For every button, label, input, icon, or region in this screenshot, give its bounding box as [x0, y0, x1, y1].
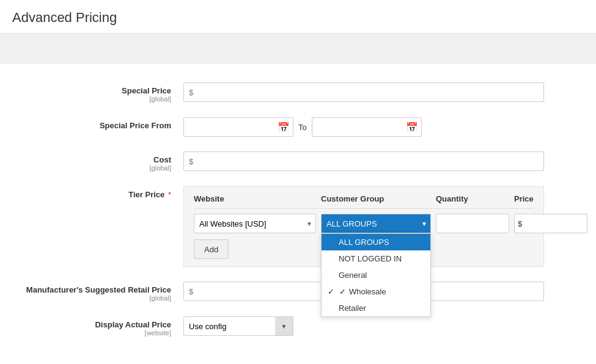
special-price-from-field: 📅 To 📅 [183, 117, 584, 137]
website-select-wrapper: All Websites [USD] ▼ [194, 214, 316, 233]
website-col-header: Website [194, 194, 316, 203]
delete-tier-row-button[interactable]: 🗑 [592, 216, 596, 231]
price-col-header: Price [514, 194, 587, 203]
tier-price-section: Website Customer Group Quantity Price Al… [183, 186, 544, 267]
tier-quantity-input[interactable] [436, 214, 509, 233]
special-price-field [183, 82, 584, 102]
display-actual-price-row: Display Actual Price [website] Use confi… [0, 310, 596, 343]
special-price-from-row: Special Price From 📅 To 📅 [0, 111, 596, 143]
tier-price-value-input[interactable] [514, 214, 587, 233]
form-container: Special Price [global] Special Price Fro… [0, 64, 596, 357]
msrp-label: Manufacturer's Suggested Retail Price [g… [12, 282, 183, 302]
tier-price-field: Website Customer Group Quantity Price Al… [183, 186, 584, 267]
dropdown-item-all-groups[interactable]: ALL GROUPS [322, 234, 430, 250]
customer-group-dropdown: ALL GROUPS NOT LOGGED IN General [321, 233, 431, 317]
gray-bar [0, 34, 596, 64]
to-label: To [298, 123, 307, 132]
dropdown-item-retailer[interactable]: Retailer [322, 300, 430, 316]
dropdown-item-wholesale[interactable]: ✓ Wholesale [322, 283, 430, 300]
special-price-input[interactable] [183, 82, 544, 102]
special-price-label: Special Price [global] [12, 82, 183, 103]
special-price-from-label: Special Price From [12, 117, 183, 130]
customer-group-col-header: Customer Group [321, 194, 431, 203]
msrp-row: Manufacturer's Suggested Retail Price [g… [0, 275, 596, 308]
tier-table-header: Website Customer Group Quantity Price [194, 194, 534, 209]
cost-input[interactable] [183, 151, 544, 171]
dropdown-item-general[interactable]: General [322, 267, 430, 283]
date-from-input[interactable] [183, 117, 293, 137]
quantity-col-header: Quantity [436, 194, 509, 203]
cost-row: Cost [global] [0, 145, 596, 178]
tier-price-input-wrapper: $ [514, 214, 587, 233]
cost-field [183, 151, 584, 171]
tier-table-row: All Websites [USD] ▼ ALL GROUPS ▼ [194, 214, 534, 233]
date-from-wrapper: 📅 [183, 117, 293, 137]
date-to-wrapper: 📅 [312, 117, 422, 137]
customer-group-select[interactable]: ALL GROUPS [321, 214, 431, 233]
page-title: Advanced Pricing [12, 10, 584, 26]
dropdown-item-not-logged-in[interactable]: NOT LOGGED IN [322, 250, 430, 267]
display-actual-price-label: Display Actual Price [website] [12, 316, 183, 337]
special-price-row: Special Price [global] [0, 76, 596, 109]
page-header: Advanced Pricing [0, 0, 596, 34]
add-tier-row-button[interactable]: Add [194, 239, 229, 259]
tier-price-label: Tier Price * [12, 186, 183, 199]
display-actual-price-select-wrapper: Use config On Gesture In Cart Before Ord… [183, 316, 293, 336]
customer-group-select-wrapper: ALL GROUPS ▼ ALL GROUPS NOT LOGGED IN [321, 214, 431, 233]
website-select[interactable]: All Websites [USD] [194, 214, 316, 233]
tier-price-row: Tier Price * Website Customer Group Quan… [0, 180, 596, 273]
display-actual-price-field: Use config On Gesture In Cart Before Ord… [183, 316, 584, 336]
date-to-input[interactable] [312, 117, 422, 137]
cost-label: Cost [global] [12, 151, 183, 172]
display-actual-price-dropdown-arrow-icon[interactable]: ▼ [275, 316, 293, 336]
required-indicator: * [168, 190, 171, 199]
